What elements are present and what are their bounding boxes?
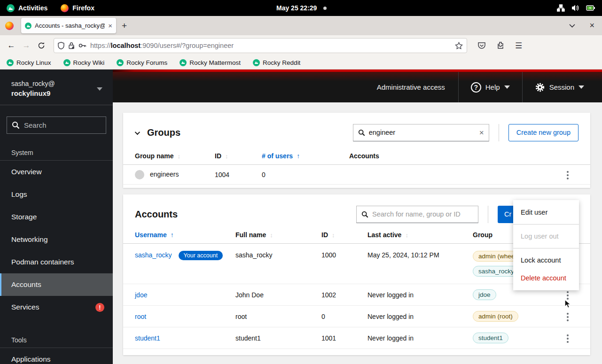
column-username[interactable]: Username↑ xyxy=(123,227,235,244)
search-icon xyxy=(12,121,20,129)
bookmark-rocky-mattermost[interactable]: Rocky Mattermost xyxy=(180,59,241,66)
column-id[interactable]: ID↕ xyxy=(215,148,262,165)
groups-search[interactable]: × xyxy=(353,124,489,141)
divider xyxy=(499,124,499,141)
group-tag: sasha_rocky xyxy=(473,266,520,277)
forward-button[interactable]: → xyxy=(19,41,34,50)
column-full-name[interactable]: Full name↕ xyxy=(235,227,321,244)
account-kebab-menu[interactable] xyxy=(564,332,571,346)
group-tag: student1 xyxy=(473,333,508,343)
group-user-count: 0 xyxy=(262,165,349,185)
browser-tab[interactable]: Accounts - sasha_rocky@ × xyxy=(21,18,116,33)
menu-item-lock-account[interactable]: Lock account xyxy=(513,251,579,269)
gnome-top-bar: Activities Firefox May 25 22:29 xyxy=(0,0,602,16)
username-link[interactable]: sasha_rocky xyxy=(135,251,172,259)
group-kebab-menu[interactable] xyxy=(564,168,571,182)
key-icon[interactable] xyxy=(78,42,86,49)
rocky-favicon xyxy=(180,59,187,66)
account-row-student1: student1 student1 1001 Never logged in s… xyxy=(123,327,590,349)
full-name: root xyxy=(235,306,321,327)
reload-button[interactable] xyxy=(34,42,49,49)
sidebar-item-storage[interactable]: Storage xyxy=(0,206,113,228)
clear-search-icon[interactable]: × xyxy=(479,129,484,137)
sort-icon: ↕ xyxy=(270,232,273,239)
extensions-puzzle-icon[interactable] xyxy=(496,41,505,50)
window-close-icon[interactable]: × xyxy=(589,21,594,31)
username-link[interactable]: student1 xyxy=(135,334,160,342)
tab-favicon xyxy=(25,23,31,29)
browser-toolbar: ← → https://localhost:9090/users#/?group… xyxy=(0,35,602,56)
tab-close-icon[interactable]: × xyxy=(108,22,112,29)
groups-collapse-icon[interactable] xyxy=(135,128,139,137)
column-accounts[interactable]: Accounts xyxy=(349,148,564,165)
system-status-area[interactable] xyxy=(557,4,602,12)
activities-button[interactable]: Activities xyxy=(0,0,54,16)
group-name: engineers xyxy=(150,170,179,178)
your-account-badge: Your account xyxy=(179,251,223,260)
rocky-favicon xyxy=(7,59,14,66)
chevron-down-icon xyxy=(579,85,584,89)
username-link[interactable]: jdoe xyxy=(135,291,147,299)
sidebar-item-networking[interactable]: Networking xyxy=(0,228,113,251)
last-active: Never logged in xyxy=(367,284,473,306)
account-kebab-menu[interactable] xyxy=(564,310,571,324)
bookmark-star-icon[interactable] xyxy=(455,42,463,50)
logged-in-user: sasha_rocky@ xyxy=(11,80,103,87)
menu-item-delete-account[interactable]: Delete account xyxy=(513,269,579,287)
sidebar-item-applications[interactable]: Applications xyxy=(0,348,113,364)
divider xyxy=(488,206,488,223)
sort-icon: ↕ xyxy=(225,153,228,160)
full-name: John Doe xyxy=(235,284,321,306)
firefox-appmenu-button[interactable]: Firefox xyxy=(54,0,101,16)
shield-icon[interactable] xyxy=(58,42,64,49)
activities-label: Activities xyxy=(18,4,47,12)
group-avatar xyxy=(135,170,144,179)
create-new-group-button[interactable]: Create new group xyxy=(508,124,579,141)
accounts-search-input[interactable] xyxy=(372,210,473,218)
sidebar-item-podman-containers[interactable]: Podman containers xyxy=(0,251,113,273)
cockpit-sidebar: sasha_rocky@ rockylinux9 System Overview… xyxy=(0,70,113,364)
help-menu-button[interactable]: ? Help xyxy=(459,72,522,102)
sidebar-item-services[interactable]: Services ! xyxy=(0,296,113,318)
sidebar-search-input[interactable] xyxy=(7,116,106,134)
groups-search-input[interactable] xyxy=(369,129,476,136)
clock-button[interactable]: May 25 22:29 xyxy=(276,0,327,16)
bookmark-rocky-linux[interactable]: Rocky Linux xyxy=(7,59,51,66)
back-button[interactable]: ← xyxy=(4,41,19,50)
menu-item-log-user-out: Log user out xyxy=(513,227,579,245)
lock-warning-icon[interactable] xyxy=(68,42,75,49)
sidebar-item-logs[interactable]: Logs xyxy=(0,183,113,206)
accounts-search[interactable] xyxy=(356,206,478,223)
column-id[interactable]: ID↕ xyxy=(321,227,367,244)
list-tabs-icon[interactable] xyxy=(569,24,575,28)
url-bar[interactable]: https://localhost:9090/users#/?group=eng… xyxy=(54,38,467,53)
full-name: student1 xyxy=(235,327,321,349)
column-last-active[interactable]: Last active↕ xyxy=(367,227,473,244)
bookmark-rocky-reddit[interactable]: Rocky Reddit xyxy=(253,59,300,66)
menu-item-edit-user[interactable]: Edit user xyxy=(513,203,579,221)
sidebar-item-accounts[interactable]: Accounts xyxy=(0,273,113,296)
volume-icon xyxy=(571,4,579,12)
hostname: rockylinux9 xyxy=(11,89,103,97)
last-active: Never logged in xyxy=(367,327,473,349)
bookmark-rocky-wiki[interactable]: Rocky Wiki xyxy=(63,59,105,66)
pocket-icon[interactable] xyxy=(477,42,486,50)
notification-dot-icon xyxy=(323,7,327,10)
host-switcher[interactable]: sasha_rocky@ rockylinux9 xyxy=(0,70,113,105)
account-id: 0 xyxy=(321,306,367,327)
username-link[interactable]: root xyxy=(135,313,146,320)
new-tab-button[interactable]: + xyxy=(116,21,133,31)
column-num-users[interactable]: # of users↑ xyxy=(262,148,349,165)
session-menu-button[interactable]: Session xyxy=(523,72,596,102)
rocky-favicon xyxy=(117,59,124,66)
column-group-name[interactable]: Group name↕ xyxy=(123,148,215,165)
search-icon xyxy=(361,211,368,218)
rocky-logo-icon xyxy=(7,4,15,12)
menu-hamburger-icon[interactable]: ☰ xyxy=(515,41,522,51)
bookmark-rocky-forums[interactable]: Rocky Forums xyxy=(117,59,167,66)
sidebar-item-overview[interactable]: Overview xyxy=(0,161,113,183)
administrative-access-button[interactable]: Administrative access xyxy=(364,83,458,91)
accounts-title: Accounts xyxy=(135,209,178,220)
browser-tab-bar: Accounts - sasha_rocky@ × + × xyxy=(0,16,602,35)
firefox-logo-icon xyxy=(5,22,14,30)
